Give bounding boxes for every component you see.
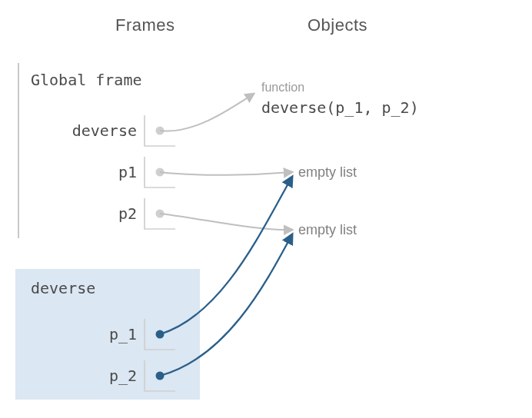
frames-header: Frames [115,15,175,35]
svg-point-0 [156,127,165,135]
objects-header: Objects [308,15,367,35]
var-p2: p2 [46,204,137,223]
var-p1: p1 [46,163,137,181]
var-p_2: p_2 [46,367,137,385]
svg-point-2 [156,210,165,218]
function-tag: function [261,81,304,95]
empty-list-2: empty list [298,222,357,238]
empty-list-1: empty list [298,164,357,181]
svg-point-1 [156,168,165,177]
function-signature: deverse(p_1, p_2) [261,98,419,117]
global-frame-title: Global frame [31,71,142,89]
var-p_1: p_1 [46,325,137,343]
var-deverse: deverse [46,121,137,140]
local-frame-title: deverse [31,279,95,297]
